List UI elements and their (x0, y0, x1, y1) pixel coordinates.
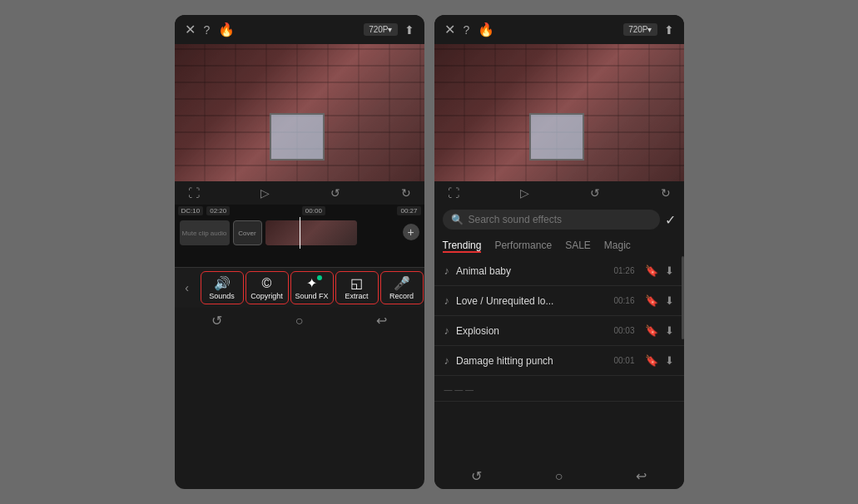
right-play-icon[interactable]: ▷ (520, 186, 529, 200)
record-label: Record (389, 292, 414, 300)
left-undo-icon[interactable]: ↺ (330, 186, 340, 200)
sound-duration-0: 01:26 (613, 266, 634, 275)
right-expand-icon[interactable]: ⛶ (448, 186, 459, 200)
sound-name-1: Love / Unrequited lo... (456, 295, 607, 307)
sound-list: ♪ Animal baby 01:26 🔖 ⬇ ♪ Love / Unrequi… (434, 256, 684, 463)
sounds-icon: 🔊 (214, 277, 231, 290)
toolbar-sounds[interactable]: 🔊 Sounds (201, 271, 244, 304)
left-bottom-nav: ↺ ○ ↩ (175, 308, 424, 334)
right-nav-back-icon[interactable]: ↩ (636, 468, 647, 484)
note-icon-3: ♪ (444, 354, 450, 367)
note-icon-0: ♪ (444, 264, 450, 277)
timeline-label-3: 00:00 (302, 206, 325, 215)
left-nav-home-icon[interactable]: ○ (295, 314, 304, 329)
right-close-icon[interactable]: ✕ (444, 22, 455, 37)
extract-icon: ◱ (350, 277, 363, 290)
toolbar-soundfx[interactable]: ✦ Sound FX (290, 271, 334, 304)
copyright-icon: © (262, 277, 272, 290)
left-nav-refresh-icon[interactable]: ↺ (211, 313, 222, 329)
left-help-icon[interactable]: ? (204, 23, 211, 37)
tab-magic[interactable]: Magic (604, 238, 631, 253)
left-close-icon[interactable]: ✕ (185, 22, 196, 37)
right-top-bar: ✕ ? 🔥 720P▾ ⬆ (434, 15, 684, 44)
right-video-area (434, 44, 684, 181)
left-play-icon[interactable]: ▷ (260, 186, 270, 200)
right-help-icon[interactable]: ? (464, 23, 470, 37)
timeline-label-2: 02:20 (206, 206, 230, 215)
right-undo-icon[interactable]: ↺ (590, 186, 600, 200)
note-icon-1: ♪ (444, 294, 450, 307)
download-icon-1[interactable]: ⬇ (665, 294, 674, 307)
left-expand-icon[interactable]: ⛶ (188, 186, 200, 200)
toolbar-prev-button[interactable]: ‹ (175, 278, 200, 298)
right-flame-icon[interactable]: 🔥 (478, 22, 494, 37)
bookmark-icon-0[interactable]: 🔖 (645, 264, 658, 277)
left-controls-bar: ⛶ ▷ ↺ ↻ (175, 181, 424, 205)
toolbar-extract[interactable]: ◱ Extract (335, 271, 379, 304)
sound-row-1[interactable]: ♪ Love / Unrequited lo... 00:16 🔖 ⬇ (434, 286, 684, 316)
bookmark-icon-3[interactable]: 🔖 (645, 354, 658, 367)
left-phone: ✕ ? 🔥 720P▾ ⬆ ⛶ ▷ ↺ ↻ DC:10 (175, 15, 424, 489)
sound-name-2: Explosion (456, 325, 607, 337)
search-box[interactable]: 🔍 (443, 210, 660, 230)
sfx-panel: 🔍 ✓ Trending Performance SALE Magic ♪ An… (434, 205, 684, 463)
left-video-area (175, 44, 424, 181)
right-nav-refresh-icon[interactable]: ↺ (471, 468, 482, 484)
scrollbar (682, 256, 684, 339)
right-redo-icon[interactable]: ↻ (661, 186, 671, 200)
download-icon-2[interactable]: ⬇ (665, 324, 674, 337)
toolbar-record[interactable]: 🎤 Record (380, 271, 424, 304)
video-track (265, 220, 357, 245)
left-nav-back-icon[interactable]: ↩ (376, 313, 387, 329)
sound-duration-2: 00:03 (613, 326, 634, 335)
soundfx-badge (317, 275, 322, 280)
copyright-label: Copyright (250, 292, 283, 300)
sound-name-0: Animal baby (456, 265, 607, 277)
record-icon: 🎤 (394, 277, 410, 290)
search-row: 🔍 ✓ (434, 205, 684, 235)
right-resolution-badge[interactable]: 720P▾ (623, 23, 657, 36)
cover-track: Cover (233, 220, 262, 245)
add-track-button[interactable]: + (403, 224, 419, 240)
toolbar-copyright[interactable]: © Copyright (245, 271, 289, 304)
left-top-bar: ✕ ? 🔥 720P▾ ⬆ (175, 15, 424, 44)
note-icon-2: ♪ (444, 324, 450, 337)
sound-duration-1: 00:16 (613, 296, 634, 305)
right-phone: ✕ ? 🔥 720P▾ ⬆ ⛶ ▷ ↺ ↻ (434, 15, 684, 489)
left-bottom-toolbar: ‹ 🔊 Sounds © Copyright ✦ Sound FX ◱ Ex (175, 267, 424, 308)
left-timeline: DC:10 02:20 00:00 00:27 Mute clip audio … (175, 205, 424, 267)
audio-label: Mute clip audio (182, 230, 227, 237)
download-icon-3[interactable]: ⬇ (665, 354, 674, 367)
sounds-label: Sounds (209, 292, 235, 300)
soundfx-icon: ✦ (306, 277, 317, 290)
soundfx-label: Sound FX (295, 292, 328, 300)
sound-row-0[interactable]: ♪ Animal baby 01:26 🔖 ⬇ (434, 256, 684, 286)
search-input[interactable] (469, 214, 652, 225)
sound-duration-3: 00:01 (613, 356, 634, 365)
sound-row-3[interactable]: ♪ Damage hitting punch 00:01 🔖 ⬇ (434, 346, 684, 376)
bookmark-icon-1[interactable]: 🔖 (645, 294, 658, 307)
right-upload-icon[interactable]: ⬆ (664, 23, 674, 37)
sound-row-2[interactable]: ♪ Explosion 00:03 🔖 ⬇ (434, 316, 684, 346)
bookmark-icon-2[interactable]: 🔖 (645, 324, 658, 337)
timeline-label-4: 00:27 (397, 206, 420, 215)
left-upload-icon[interactable]: ⬆ (404, 23, 414, 37)
tab-trending[interactable]: Trending (443, 238, 482, 253)
confirm-icon[interactable]: ✓ (665, 212, 676, 228)
cover-label: Cover (238, 230, 255, 237)
left-redo-icon[interactable]: ↻ (401, 186, 411, 200)
left-flame-icon[interactable]: 🔥 (218, 22, 235, 37)
search-icon: 🔍 (451, 214, 464, 225)
right-bottom-nav: ↺ ○ ↩ (434, 463, 684, 489)
extract-label: Extract (345, 292, 368, 300)
right-nav-home-icon[interactable]: ○ (555, 469, 563, 484)
timeline-label-1: DC:10 (178, 206, 204, 215)
sound-name-3: Damage hitting punch (456, 355, 607, 367)
category-tabs: Trending Performance SALE Magic (434, 235, 684, 256)
download-icon-0[interactable]: ⬇ (665, 264, 674, 277)
right-controls-bar: ⛶ ▷ ↺ ↻ (434, 181, 684, 205)
audio-track: Mute clip audio (180, 220, 230, 245)
tab-sale[interactable]: SALE (565, 238, 591, 253)
tab-performance[interactable]: Performance (494, 238, 552, 253)
left-resolution-badge[interactable]: 720P▾ (364, 23, 397, 36)
